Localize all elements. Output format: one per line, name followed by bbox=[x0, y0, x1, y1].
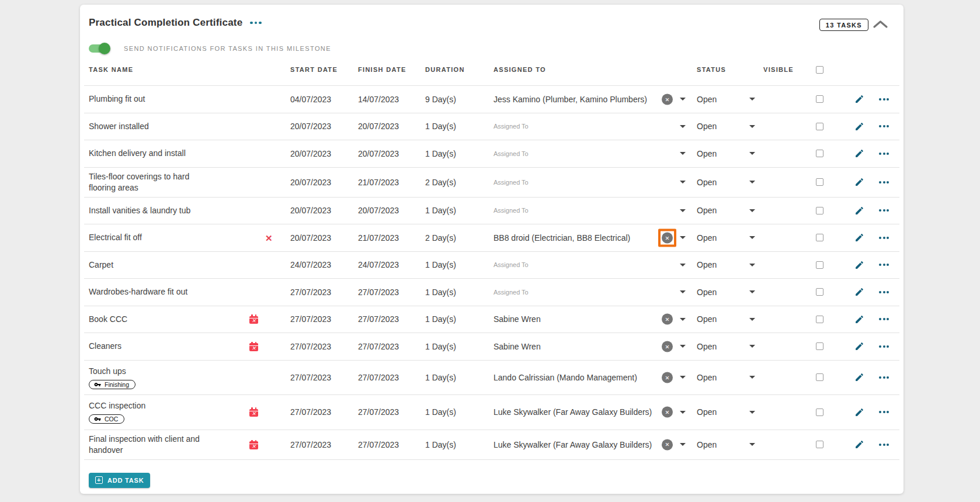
clear-assignee-icon[interactable]: ✕ bbox=[662, 407, 673, 418]
status-value[interactable]: Open bbox=[697, 288, 717, 297]
assignee-name[interactable]: Sabine Wren bbox=[494, 314, 541, 324]
edit-pencil-icon[interactable] bbox=[854, 122, 864, 131]
assignee-dropdown-caret[interactable] bbox=[680, 345, 686, 348]
status-dropdown-caret[interactable] bbox=[749, 264, 755, 266]
assignee-dropdown-caret[interactable] bbox=[680, 411, 686, 414]
clear-assignee-icon[interactable]: ✕ bbox=[662, 341, 673, 352]
collapse-chevron-icon[interactable] bbox=[873, 20, 888, 29]
status-value[interactable]: Open bbox=[697, 260, 717, 269]
notifications-toggle[interactable] bbox=[89, 43, 110, 54]
assignee-dropdown-caret[interactable] bbox=[680, 152, 686, 155]
assignee-name[interactable]: Luke Skywalker (Far Away Galaxy Builders… bbox=[494, 407, 652, 417]
edit-pencil-icon[interactable] bbox=[854, 233, 864, 243]
assignee-name[interactable]: Jess Kamino (Plumber, Kamino Plumbers) bbox=[494, 95, 647, 104]
assignee-placeholder[interactable]: Assigned To bbox=[494, 207, 529, 214]
visible-checkbox[interactable] bbox=[816, 207, 823, 214]
status-value[interactable]: Open bbox=[697, 233, 717, 243]
assignee-dropdown-caret[interactable] bbox=[680, 318, 686, 321]
status-dropdown-caret[interactable] bbox=[749, 98, 755, 101]
edit-pencil-icon[interactable] bbox=[854, 260, 864, 270]
status-dropdown-caret[interactable] bbox=[749, 181, 755, 184]
row-menu-icon[interactable] bbox=[879, 291, 889, 293]
status-dropdown-caret[interactable] bbox=[749, 290, 755, 293]
assignee-dropdown-caret[interactable] bbox=[680, 443, 686, 446]
row-menu-icon[interactable] bbox=[879, 318, 889, 320]
edit-pencil-icon[interactable] bbox=[854, 341, 864, 351]
status-dropdown-caret[interactable] bbox=[749, 411, 755, 414]
status-value[interactable]: Open bbox=[697, 178, 717, 187]
edit-pencil-icon[interactable] bbox=[854, 148, 864, 158]
status-dropdown-caret[interactable] bbox=[749, 125, 755, 128]
visible-checkbox[interactable] bbox=[816, 178, 823, 186]
assignee-placeholder[interactable]: Assigned To bbox=[494, 150, 529, 157]
status-dropdown-caret[interactable] bbox=[749, 318, 755, 321]
status-dropdown-caret[interactable] bbox=[749, 209, 755, 212]
row-menu-icon[interactable] bbox=[879, 209, 889, 212]
visible-checkbox[interactable] bbox=[816, 373, 823, 381]
assignee-dropdown-caret[interactable] bbox=[680, 98, 686, 101]
clear-assignee-icon[interactable]: ✕ bbox=[662, 94, 673, 105]
assignee-placeholder[interactable]: Assigned To bbox=[494, 289, 529, 296]
edit-pencil-icon[interactable] bbox=[854, 439, 864, 449]
assignee-dropdown-caret[interactable] bbox=[680, 125, 686, 128]
assignee-placeholder[interactable]: Assigned To bbox=[494, 261, 529, 268]
edit-pencil-icon[interactable] bbox=[854, 407, 864, 417]
assignee-name[interactable]: Sabine Wren bbox=[494, 342, 541, 351]
status-value[interactable]: Open bbox=[697, 95, 717, 104]
status-value[interactable]: Open bbox=[697, 440, 717, 449]
row-menu-icon[interactable] bbox=[879, 345, 889, 348]
assignee-name[interactable]: BB8 droid (Electrician, BB8 Electrical) bbox=[494, 233, 630, 243]
visible-checkbox[interactable] bbox=[816, 261, 823, 269]
assignee-dropdown-caret[interactable] bbox=[680, 290, 686, 293]
assignee-name[interactable]: Luke Skywalker (Far Away Galaxy Builders… bbox=[494, 440, 652, 449]
visible-checkbox[interactable] bbox=[816, 408, 823, 416]
row-menu-icon[interactable] bbox=[879, 264, 889, 266]
edit-pencil-icon[interactable] bbox=[854, 94, 864, 104]
add-task-button[interactable]: + ADD TASK bbox=[89, 473, 150, 488]
assignee-placeholder[interactable]: Assigned To bbox=[494, 123, 529, 130]
header-select-all-checkbox[interactable] bbox=[816, 66, 823, 74]
visible-checkbox[interactable] bbox=[816, 123, 823, 130]
status-value[interactable]: Open bbox=[697, 149, 717, 158]
assignee-placeholder[interactable]: Assigned To bbox=[494, 179, 529, 186]
row-menu-icon[interactable] bbox=[879, 98, 889, 101]
status-value[interactable]: Open bbox=[697, 342, 717, 351]
assignee-name[interactable]: Lando Calrissian (Mando Management) bbox=[494, 373, 637, 382]
edit-pencil-icon[interactable] bbox=[854, 177, 864, 187]
milestone-menu-icon[interactable] bbox=[250, 22, 262, 25]
status-dropdown-caret[interactable] bbox=[749, 236, 755, 239]
visible-checkbox[interactable] bbox=[816, 95, 823, 103]
visible-checkbox[interactable] bbox=[816, 441, 823, 448]
clear-assignee-icon[interactable]: ✕ bbox=[662, 372, 673, 383]
row-menu-icon[interactable] bbox=[879, 125, 889, 127]
clear-assignee-icon[interactable]: ✕ bbox=[662, 314, 673, 325]
assignee-dropdown-caret[interactable] bbox=[680, 236, 686, 239]
status-dropdown-caret[interactable] bbox=[749, 443, 755, 446]
assignee-dropdown-caret[interactable] bbox=[680, 209, 686, 212]
status-dropdown-caret[interactable] bbox=[749, 152, 755, 155]
status-value[interactable]: Open bbox=[697, 407, 717, 417]
visible-checkbox[interactable] bbox=[816, 316, 823, 323]
edit-pencil-icon[interactable] bbox=[854, 372, 864, 382]
status-dropdown-caret[interactable] bbox=[749, 376, 755, 379]
status-value[interactable]: Open bbox=[697, 206, 717, 215]
status-dropdown-caret[interactable] bbox=[749, 345, 755, 348]
assignee-dropdown-caret[interactable] bbox=[680, 181, 686, 184]
row-menu-icon[interactable] bbox=[879, 376, 889, 379]
visible-checkbox[interactable] bbox=[816, 288, 823, 296]
row-menu-icon[interactable] bbox=[879, 181, 889, 184]
visible-checkbox[interactable] bbox=[816, 342, 823, 350]
assignee-dropdown-caret[interactable] bbox=[680, 264, 686, 266]
edit-pencil-icon[interactable] bbox=[854, 314, 864, 324]
edit-pencil-icon[interactable] bbox=[854, 287, 864, 297]
clear-assignee-icon[interactable]: ✕ bbox=[662, 232, 673, 243]
row-menu-icon[interactable] bbox=[879, 237, 889, 239]
assignee-dropdown-caret[interactable] bbox=[680, 376, 686, 379]
status-value[interactable]: Open bbox=[697, 373, 717, 382]
row-menu-icon[interactable] bbox=[879, 411, 889, 413]
row-menu-icon[interactable] bbox=[879, 444, 889, 446]
visible-checkbox[interactable] bbox=[816, 234, 823, 241]
status-value[interactable]: Open bbox=[697, 122, 717, 131]
visible-checkbox[interactable] bbox=[816, 150, 823, 157]
status-value[interactable]: Open bbox=[697, 314, 717, 324]
